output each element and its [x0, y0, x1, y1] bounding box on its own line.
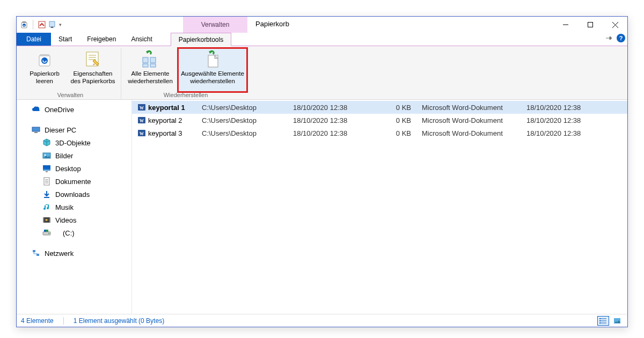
nav-this-pc[interactable]: Dieser PC: [17, 123, 131, 136]
tab-file[interactable]: Datei: [17, 33, 51, 46]
date-modified: 18/10/2020 12:38: [526, 104, 627, 112]
file-size: 0 KB: [384, 104, 422, 112]
svg-rect-16: [143, 64, 148, 67]
nav-documents[interactable]: Dokumente: [17, 175, 131, 188]
date-modified: 18/10/2020 12:38: [526, 116, 627, 124]
tab-start[interactable]: Start: [51, 33, 79, 46]
recycle-bin-properties-button[interactable]: Eigenschaften des Papierkorbs: [68, 48, 118, 92]
svg-rect-19: [32, 127, 40, 131]
svg-rect-49: [599, 318, 601, 319]
file-list[interactable]: Wkeyportal 1C:\Users\Desktop18/10/2020 1…: [132, 100, 627, 314]
pin-icon[interactable]: [605, 34, 613, 42]
close-button[interactable]: [603, 17, 627, 33]
ribbon-group-label: Verwalten: [57, 92, 83, 99]
explorer-window: ▾ Verwalten Papierkorb Datei Start Freig…: [16, 16, 628, 327]
label: des Papierkorbs: [70, 77, 115, 85]
nav-downloads[interactable]: Downloads: [17, 188, 131, 201]
dropdown-icon[interactable]: [48, 20, 57, 29]
body: OneDrive Dieser PC 3D-Objekte Bilder Des…: [17, 100, 627, 314]
music-icon: [42, 203, 51, 211]
details-view-button[interactable]: [597, 316, 609, 326]
drive-icon: [42, 229, 51, 237]
label: Desktop: [55, 165, 81, 173]
svg-rect-5: [588, 23, 593, 27]
file-size: 0 KB: [384, 129, 422, 137]
qat-chevron-icon[interactable]: ▾: [59, 22, 62, 27]
svg-text:W: W: [140, 106, 144, 111]
minimize-button[interactable]: [553, 17, 578, 33]
contextual-tab-header: Verwalten: [183, 17, 247, 33]
nav-c-drive[interactable]: (C:): [17, 226, 131, 239]
svg-rect-32: [43, 217, 44, 223]
label: 3D-Objekte: [55, 139, 91, 147]
date-deleted: 18/10/2020 12:38: [293, 116, 384, 124]
nav-music[interactable]: Musik: [17, 201, 131, 214]
ribbon: Papierkorb leeren Eigenschaften des Papi…: [17, 46, 627, 100]
svg-rect-33: [49, 217, 50, 223]
help-icon[interactable]: ?: [617, 34, 625, 42]
videos-icon: [42, 216, 51, 224]
table-row[interactable]: Wkeyportal 3C:\Users\Desktop18/10/2020 1…: [132, 127, 627, 139]
svg-point-1: [23, 24, 26, 27]
ribbon-group-restore: Alle Elemente wiederherstellen Ausgewähl…: [121, 48, 250, 99]
file-name: keyportal 2: [148, 116, 202, 124]
word-document-icon: W: [137, 116, 148, 124]
file-size: 0 KB: [384, 116, 422, 124]
ribbon-group-manage: Papierkorb leeren Eigenschaften des Papi…: [20, 48, 121, 99]
navigation-pane[interactable]: OneDrive Dieser PC 3D-Objekte Bilder Des…: [17, 100, 132, 314]
nav-desktop[interactable]: Desktop: [17, 162, 131, 175]
empty-recycle-bin-button[interactable]: Papierkorb leeren: [23, 48, 66, 92]
restore-selected-items-button[interactable]: Ausgewählte Elemente wiederherstellen: [178, 48, 247, 92]
svg-rect-25: [46, 171, 48, 172]
status-bar: 4 Elemente 1 Element ausgewählt (0 Bytes…: [17, 314, 627, 327]
svg-rect-36: [46, 230, 48, 232]
separator: [63, 317, 64, 325]
svg-rect-17: [150, 64, 156, 67]
date-deleted: 18/10/2020 12:38: [293, 104, 384, 112]
restore-all-items-button[interactable]: Alle Elemente wiederherstellen: [125, 48, 176, 92]
cloud-icon: [32, 105, 40, 114]
svg-rect-3: [49, 21, 55, 27]
date-deleted: 18/10/2020 12:38: [293, 129, 384, 137]
svg-point-22: [45, 155, 46, 156]
trash-icon: [35, 49, 54, 69]
svg-rect-38: [33, 250, 35, 252]
quick-access-toolbar: ▾: [17, 20, 62, 30]
tab-share[interactable]: Freigeben: [79, 33, 123, 46]
nav-pictures[interactable]: Bilder: [17, 149, 131, 162]
tab-recyclebin-tools[interactable]: Papierkorbtools: [171, 33, 231, 46]
label: Dokumente: [55, 178, 91, 186]
svg-text:W: W: [140, 119, 144, 123]
word-document-icon: W: [137, 129, 148, 137]
maximize-button[interactable]: [578, 17, 603, 33]
label: leeren: [36, 77, 53, 85]
nav-videos[interactable]: Videos: [17, 214, 131, 226]
pc-icon: [32, 126, 40, 134]
label: Papierkorb: [30, 70, 60, 77]
label: wiederherstellen: [128, 77, 173, 85]
window-controls: [553, 17, 627, 33]
label: wiederherstellen: [190, 77, 235, 85]
date-modified: 18/10/2020 12:38: [526, 129, 627, 137]
properties-icon[interactable]: [38, 20, 46, 29]
table-row[interactable]: Wkeyportal 1C:\Users\Desktop18/10/2020 1…: [132, 101, 627, 114]
nav-3d-objects[interactable]: 3D-Objekte: [17, 136, 131, 149]
tab-view[interactable]: Ansicht: [123, 33, 159, 46]
table-row[interactable]: Wkeyportal 2C:\Users\Desktop18/10/2020 1…: [132, 114, 627, 127]
title-bar: ▾ Verwalten Papierkorb: [17, 17, 627, 33]
separator: [33, 20, 33, 30]
svg-rect-2: [39, 21, 45, 28]
file-type: Microsoft Word-Dokument: [422, 129, 526, 137]
download-icon: [42, 190, 51, 199]
nav-onedrive[interactable]: OneDrive: [17, 103, 131, 116]
label: Downloads: [55, 190, 90, 199]
pictures-icon: [42, 151, 51, 160]
svg-rect-14: [143, 57, 148, 63]
ribbon-group-label: Wiederherstellen: [164, 92, 208, 99]
cube-icon: [42, 138, 51, 147]
svg-rect-35: [44, 230, 46, 232]
label: (C:): [63, 229, 75, 237]
nav-network[interactable]: Netzwerk: [17, 247, 131, 260]
thumbnails-view-button[interactable]: [611, 316, 623, 326]
svg-point-37: [48, 233, 49, 234]
